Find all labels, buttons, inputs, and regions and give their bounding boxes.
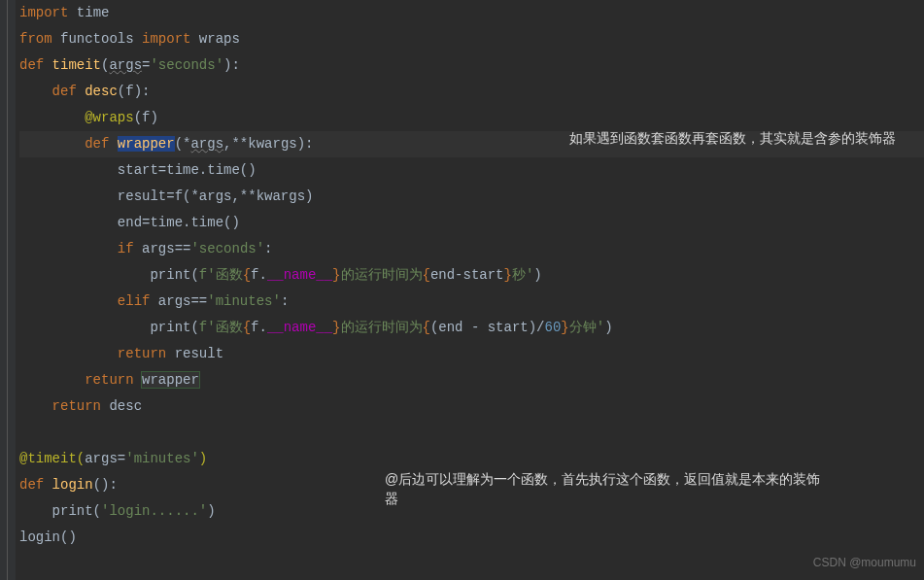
code-line[interactable]: return wrapper	[19, 367, 924, 393]
code-line[interactable]	[19, 420, 924, 446]
code-line[interactable]: print(f'函数{f.__name__}的运行时间为{(end - star…	[19, 315, 924, 341]
code-line[interactable]: elif args=='minutes':	[19, 289, 924, 315]
code-line[interactable]: def wrapper(*args,**kwargs):	[19, 131, 924, 157]
code-line[interactable]: return desc	[19, 393, 924, 420]
code-line[interactable]: if args=='seconds':	[19, 236, 924, 262]
code-line[interactable]: import time	[19, 0, 924, 26]
code-line[interactable]: @timeit(args='minutes')	[19, 446, 924, 472]
code-line[interactable]: @wraps(f)	[19, 105, 924, 131]
code-line[interactable]: print(f'函数{f.__name__}的运行时间为{end-start}秒…	[19, 262, 924, 289]
code-line[interactable]: login()	[19, 525, 924, 551]
code-line[interactable]: def timeit(args='seconds'):	[19, 52, 924, 79]
watermark: CSDN @moumumu	[813, 550, 916, 576]
code-line[interactable]: def login():	[19, 472, 924, 498]
code-line[interactable]: from functools import wraps	[19, 26, 924, 52]
fold-gutter	[0, 0, 16, 580]
code-content[interactable]: import time from functools import wraps …	[16, 0, 924, 580]
code-line[interactable]: start=time.time()	[19, 157, 924, 184]
code-editor[interactable]: import time from functools import wraps …	[0, 0, 924, 580]
code-line[interactable]: print('login......')	[19, 498, 924, 525]
code-line[interactable]: return result	[19, 341, 924, 367]
code-line[interactable]: def desc(f):	[19, 79, 924, 105]
code-line[interactable]: end=time.time()	[19, 210, 924, 236]
code-line[interactable]: result=f(*args,**kwargs)	[19, 184, 924, 210]
